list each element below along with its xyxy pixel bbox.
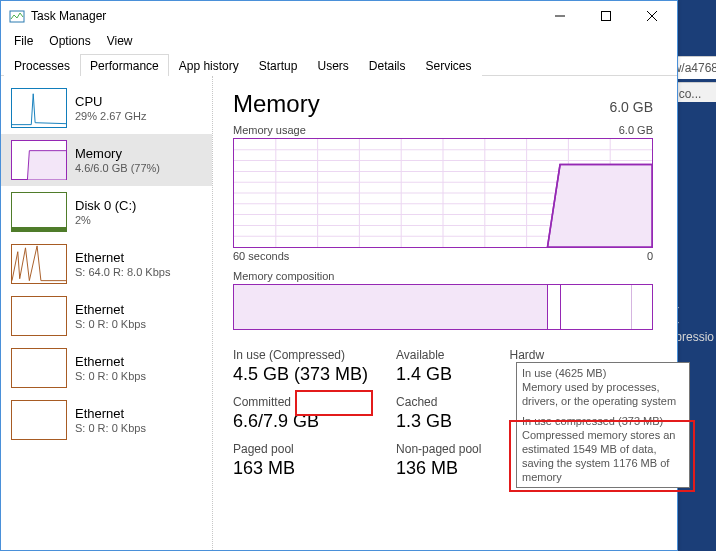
usage-time-right: 0	[647, 250, 653, 262]
maximize-button[interactable]	[583, 1, 629, 31]
tab-processes[interactable]: Processes	[4, 54, 80, 76]
sidebar-item-label: Memory	[75, 146, 160, 161]
sidebar-item-sub: S: 0 R: 0 Kbps	[75, 422, 146, 434]
sidebar-item-disk[interactable]: Disk 0 (C:) 2%	[1, 186, 212, 238]
tooltip-line: Memory used by processes, drivers, or th…	[522, 380, 684, 408]
stat-label-hardware: Hardw	[509, 348, 544, 362]
sidebar-item-ethernet-1[interactable]: Ethernet S: 0 R: 0 Kbps	[1, 290, 212, 342]
stat-label-paged: Paged pool	[233, 442, 368, 456]
sidebar-item-sub: S: 0 R: 0 Kbps	[75, 318, 146, 330]
tab-performance[interactable]: Performance	[80, 54, 169, 76]
disk-thumbnail	[11, 192, 67, 232]
svg-rect-0	[10, 11, 24, 22]
titlebar[interactable]: Task Manager	[1, 1, 677, 31]
stat-label-available: Available	[396, 348, 481, 362]
ethernet-thumbnail	[11, 348, 67, 388]
svg-marker-24	[548, 165, 653, 247]
tab-users[interactable]: Users	[307, 54, 358, 76]
stat-value-inuse: 4.5 GB (373 MB)	[233, 364, 368, 385]
memory-thumbnail	[11, 140, 67, 180]
stat-value-nonpaged: 136 MB	[396, 458, 481, 479]
tab-app-history[interactable]: App history	[169, 54, 249, 76]
close-button[interactable]	[629, 1, 675, 31]
stat-value-cached: 1.3 GB	[396, 411, 481, 432]
usage-chart-max: 6.0 GB	[619, 124, 653, 136]
svg-rect-2	[602, 12, 611, 21]
usage-chart-label: Memory usage	[233, 124, 306, 136]
task-manager-icon	[9, 8, 25, 24]
tab-startup[interactable]: Startup	[249, 54, 308, 76]
sidebar-item-ethernet-0[interactable]: Ethernet S: 64.0 R: 8.0 Kbps	[1, 238, 212, 290]
page-title: Memory	[233, 90, 320, 118]
menu-view[interactable]: View	[100, 33, 140, 49]
sidebar-item-sub: S: 64.0 R: 8.0 Kbps	[75, 266, 170, 278]
usage-time-left: 60 seconds	[233, 250, 289, 262]
tab-services[interactable]: Services	[416, 54, 482, 76]
sidebar-item-label: CPU	[75, 94, 147, 109]
sidebar-item-ethernet-2[interactable]: Ethernet S: 0 R: 0 Kbps	[1, 342, 212, 394]
minimize-button[interactable]	[537, 1, 583, 31]
svg-marker-5	[12, 151, 66, 180]
sidebar-item-label: Ethernet	[75, 354, 146, 369]
ethernet-thumbnail	[11, 244, 67, 284]
sidebar-item-sub: S: 0 R: 0 Kbps	[75, 370, 146, 382]
ethernet-thumbnail	[11, 400, 67, 440]
sidebar-item-label: Ethernet	[75, 250, 170, 265]
composition-label: Memory composition	[233, 270, 334, 282]
stat-label-nonpaged: Non-paged pool	[396, 442, 481, 456]
annotation-box-tooltip	[509, 420, 695, 492]
memory-composition-chart[interactable]	[233, 284, 653, 330]
tabbar: Processes Performance App history Startu…	[1, 51, 677, 76]
ethernet-thumbnail	[11, 296, 67, 336]
menubar: File Options View	[1, 31, 677, 51]
stat-value-paged: 163 MB	[233, 458, 368, 479]
sidebar-item-cpu[interactable]: CPU 29% 2.67 GHz	[1, 82, 212, 134]
menu-options[interactable]: Options	[42, 33, 97, 49]
menu-file[interactable]: File	[7, 33, 40, 49]
sidebar-item-sub: 2%	[75, 214, 136, 226]
sidebar-item-memory[interactable]: Memory 4.6/6.0 GB (77%)	[1, 134, 212, 186]
stat-label-inuse: In use (Compressed)	[233, 348, 368, 362]
cpu-thumbnail	[11, 88, 67, 128]
sidebar-item-label: Disk 0 (C:)	[75, 198, 136, 213]
window-title: Task Manager	[31, 9, 537, 23]
sidebar-item-ethernet-3[interactable]: Ethernet S: 0 R: 0 Kbps	[1, 394, 212, 446]
memory-usage-chart[interactable]	[233, 138, 653, 248]
tooltip-line: In use (4625 MB)	[522, 366, 684, 380]
sidebar-item-sub: 4.6/6.0 GB (77%)	[75, 162, 160, 174]
memory-capacity: 6.0 GB	[609, 99, 653, 115]
tab-details[interactable]: Details	[359, 54, 416, 76]
perf-sidebar: CPU 29% 2.67 GHz Memory 4.6/6.0 GB (77%)	[1, 76, 213, 550]
sidebar-item-sub: 29% 2.67 GHz	[75, 110, 147, 122]
sidebar-item-label: Ethernet	[75, 406, 146, 421]
stat-value-available: 1.4 GB	[396, 364, 481, 385]
stat-label-cached: Cached	[396, 395, 481, 409]
annotation-box-compressed	[295, 390, 373, 416]
sidebar-item-label: Ethernet	[75, 302, 146, 317]
terminal-text: - - pressio	[675, 300, 714, 345]
